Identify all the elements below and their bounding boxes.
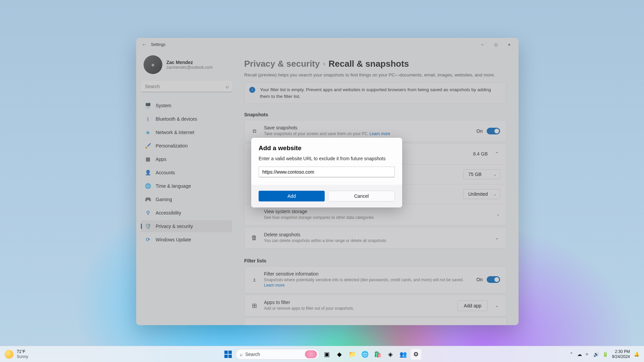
website-url-input[interactable] <box>259 167 395 177</box>
settings-button[interactable]: ⚙ <box>411 349 421 360</box>
store-button[interactable]: 🛍️ <box>372 349 383 360</box>
add-website-dialog: Add a website Enter a valid website URL … <box>251 138 402 207</box>
battery-icon[interactable]: 🔋 <box>602 352 608 357</box>
weather-widget[interactable]: 71°F Sunny <box>5 349 28 359</box>
system-tray: ⌃ ☁ ᯤ 🔊 🔋 2:30 PM 9/24/2024 🔔 <box>570 349 639 359</box>
network-icon[interactable]: ᯤ <box>585 352 590 357</box>
explorer-button[interactable]: 📁 <box>347 349 358 360</box>
start-button[interactable] <box>223 349 233 360</box>
clock[interactable]: 2:30 PM 9/24/2024 <box>612 349 630 359</box>
volume-icon[interactable]: 🔊 <box>593 352 599 357</box>
cancel-button[interactable]: Cancel <box>328 191 395 201</box>
edge-button[interactable]: 🌐 <box>360 349 370 360</box>
dialog-title: Add a website <box>259 144 395 152</box>
add-button[interactable]: Add <box>259 191 325 201</box>
sun-icon <box>5 350 13 359</box>
taskbar-center: ⌕ Search ▣ ◆ 📁 🌐 🛍️ ◈ 👥 ⚙ <box>223 349 421 360</box>
dialog-text: Enter a valid website URL to exclude it … <box>259 156 395 161</box>
taskbar-search[interactable]: ⌕ Search <box>235 349 319 360</box>
copilot-button[interactable]: ◆ <box>334 349 345 360</box>
tray-chevron[interactable]: ⌃ <box>570 352 573 357</box>
teams-button[interactable]: 👥 <box>398 349 409 360</box>
notifications-button[interactable]: 🔔 <box>634 352 639 357</box>
search-decoration <box>305 350 317 358</box>
task-view-button[interactable]: ▣ <box>321 349 332 360</box>
onedrive-icon[interactable]: ☁ <box>577 352 582 357</box>
taskbar: 71°F Sunny ⌕ Search ▣ ◆ 📁 🌐 🛍️ ◈ 👥 ⚙ ⌃ ☁… <box>0 346 644 362</box>
search-icon: ⌕ <box>240 352 243 357</box>
app-button[interactable]: ◈ <box>385 349 396 360</box>
